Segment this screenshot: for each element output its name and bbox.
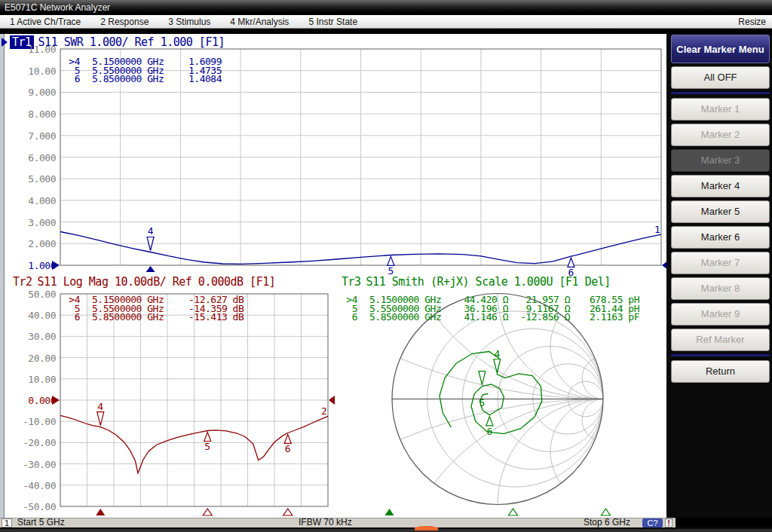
ifbw-label: IFBW 70 kHz: [299, 518, 352, 527]
tr1-y-label: 6.000: [2, 152, 56, 164]
taskbar-icon-peek: [415, 526, 438, 530]
tr2-header[interactable]: Tr2 S11 Log Mag 10.00dB/ Ref 0.000dB [F1…: [11, 275, 275, 289]
menu-mkr-analysis[interactable]: 4 Mkr/Analysis: [220, 15, 299, 29]
stimulus-marker-icon: [385, 509, 394, 515]
tr3-header[interactable]: Tr3 S11 Smith (R+jX) Scale 1.000U [F1 De…: [339, 275, 611, 289]
menu-instr-state[interactable]: 5 Instr State: [299, 15, 367, 29]
marker-5[interactable]: 5: [479, 371, 486, 408]
bottom-strip: [0, 527, 772, 532]
marker-4[interactable]: 4: [147, 225, 154, 250]
marker-6-button[interactable]: Marker 6: [671, 226, 770, 249]
alert-indicator: !: [665, 518, 672, 527]
channel-number-box: 1: [2, 518, 12, 527]
marker-1-button: Marker 1: [671, 98, 770, 121]
tr1-y-label: 8.000: [2, 109, 56, 120]
tr2-y-label: 40.00: [2, 310, 56, 321]
tr2-y-label: 20.00: [2, 353, 56, 364]
marker-5-button[interactable]: Marker 5: [671, 200, 770, 223]
svg-text:6: 6: [486, 426, 492, 437]
tr3-name-badge: Tr3: [339, 275, 363, 289]
stimulus-marker-icon: [203, 509, 212, 515]
marker-9-button: Marker 9: [671, 303, 770, 326]
marker-5[interactable]: 5: [204, 432, 211, 452]
tr2-name-badge: Tr2: [11, 275, 35, 289]
ref-marker-button: Ref Marker: [671, 329, 770, 351]
status-bar: 1 Start 5 GHz IFBW 70 kHz Stop 6 GHz C? …: [0, 518, 676, 527]
menu-response[interactable]: 2 Response: [90, 15, 158, 29]
start-frequency-label: Start 5 GHz: [17, 518, 65, 527]
tr1-y-label: 10.00: [2, 66, 56, 77]
menu-stimulus[interactable]: 3 Stimulus: [158, 15, 220, 29]
menu-resize[interactable]: Resize: [732, 15, 772, 29]
tr1-y-label: 11.00: [2, 44, 56, 55]
stop-frequency-label: Stop 6 GHz: [584, 518, 630, 527]
tr1-y-label: 4.000: [2, 195, 56, 206]
softkey-divider: [671, 354, 770, 356]
tr2-y-label: -10.00: [2, 416, 56, 427]
tr1-y-label: 3.000: [2, 217, 56, 228]
marker-8-button: Marker 8: [671, 277, 770, 300]
svg-text:4: 4: [494, 348, 500, 359]
tr2-y-label: -30.00: [2, 459, 56, 470]
title-bar: E5071C Network Analyzer: [0, 0, 772, 15]
softkey-menu-title: Clear Marker Menu: [671, 35, 770, 63]
tr1-marker-readout: >4 5.1500000 GHz 1.6099 5 5.5500000 GHz …: [63, 57, 271, 84]
tr3-marker-row: 6 5.8500000 GHz 41.146 Ω -12.856 Ω 2.116…: [341, 313, 639, 322]
stimulus-marker-icon: [96, 509, 105, 515]
marker-5[interactable]: 5: [388, 256, 394, 277]
tr2-trace-number: 2: [321, 405, 327, 417]
svg-text:4: 4: [97, 401, 103, 412]
tr1-y-label: 2.000: [2, 238, 56, 249]
tr2-y-label: 0.000: [2, 395, 56, 406]
tr1-y-label: 9.000: [2, 87, 56, 98]
tr2-y-label: 10.00: [2, 374, 56, 385]
tr1-y-label: 5.000: [2, 173, 56, 185]
tr2-y-label: 50.00: [2, 289, 56, 300]
tr1-y-label: 7.000: [2, 130, 56, 142]
menu-bar: 1 Active Ch/Trace 2 Response 3 Stimulus …: [0, 15, 772, 29]
stimulus-marker-icon: [602, 509, 611, 515]
all-off-button[interactable]: All OFF: [671, 66, 770, 89]
tr1-active-marker-stimulus-icon: [146, 266, 155, 272]
marker-2-button: Marker 2: [671, 124, 770, 146]
marker-6[interactable]: 6: [486, 417, 493, 437]
tr1-trace-number: 1: [654, 224, 660, 235]
svg-text:4: 4: [148, 225, 154, 237]
tr2-y-label: 30.00: [2, 331, 56, 342]
tr3-marker-readout: >4 5.1500000 GHz 44.420 Ω 21.957 Ω 678.5…: [341, 295, 639, 322]
tr1-y-label: 1.000: [2, 260, 56, 271]
tr3-header-text: S11 Smith (R+jX) Scale 1.000U [F1 Del]: [366, 275, 611, 289]
tr2-y-label: -50.00: [2, 501, 56, 512]
stimulus-marker-icon: [283, 509, 293, 515]
top-gap: [0, 29, 772, 34]
menu-active-ch-trace[interactable]: 1 Active Ch/Trace: [0, 15, 90, 29]
window-title: E5071C Network Analyzer: [5, 2, 110, 13]
tr2-header-text: S11 Log Mag 10.00dB/ Ref 0.000dB [F1]: [38, 275, 276, 289]
svg-text:6: 6: [285, 443, 291, 454]
softkey-divider: [671, 92, 770, 94]
tr2-marker-readout: >4 5.1500000 GHz -12.627 dB 5 5.5500000 …: [63, 295, 271, 322]
svg-text:5: 5: [479, 397, 486, 408]
tr2-marker-row: 6 5.8500000 GHz -15.413 dB: [63, 313, 271, 322]
tr2-y-label: -20.00: [2, 437, 56, 448]
tr1-header-text: S11 SWR 1.000/ Ref 1.000 [F1]: [38, 35, 225, 49]
cal-status-badge: C?: [642, 518, 663, 527]
e5071c-application-window: E5071C Network Analyzer 1 Active Ch/Trac…: [0, 0, 772, 532]
stimulus-marker-icon: [509, 509, 518, 515]
softkey-buttons: All OFFMarker 1Marker 2Marker 3Marker 4M…: [671, 66, 770, 386]
tr1-marker-row: 6 5.8500000 GHz 1.4084: [63, 75, 271, 84]
marker-6[interactable]: 6: [284, 434, 291, 454]
tr2-y-label: -40.00: [2, 480, 56, 491]
svg-text:5: 5: [204, 441, 210, 452]
marker-3-button[interactable]: Marker 3: [671, 149, 770, 172]
marker-7-button: Marker 7: [671, 252, 770, 274]
marker-4-button[interactable]: Marker 4: [671, 175, 770, 197]
return-button[interactable]: Return: [671, 360, 770, 383]
softkey-sidebar: Clear Marker Menu All OFFMarker 1Marker …: [666, 34, 772, 518]
